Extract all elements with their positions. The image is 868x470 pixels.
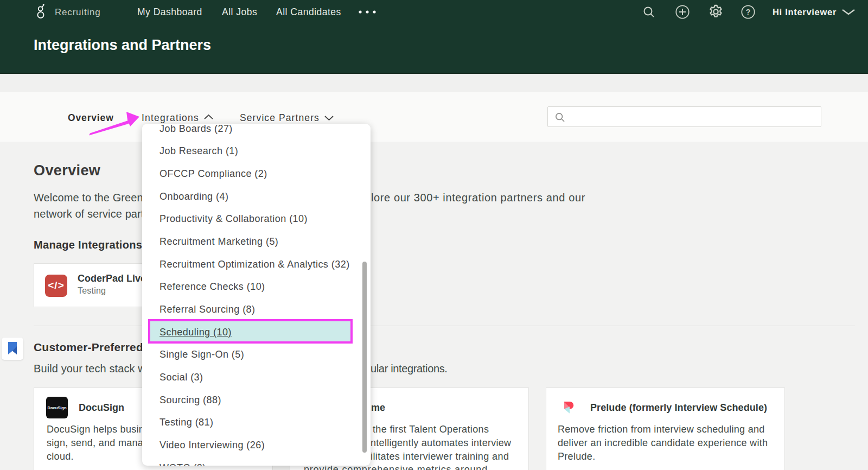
svg-text:?: ?: [746, 8, 751, 16]
